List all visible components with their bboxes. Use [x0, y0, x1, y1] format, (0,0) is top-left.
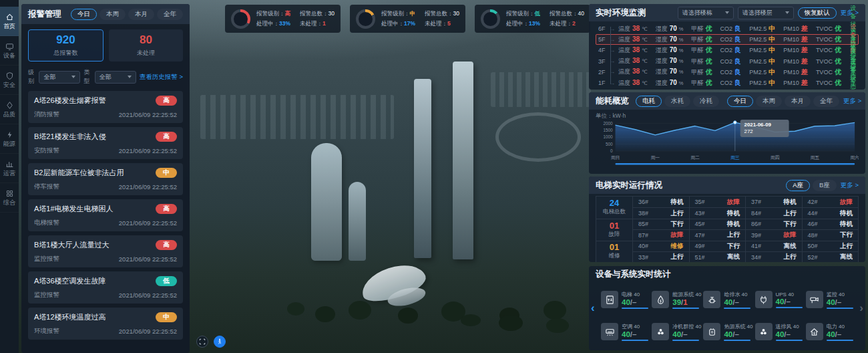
sidebar-item-operations[interactable]: 运营 [0, 154, 19, 183]
alarm-time-tab[interactable]: 本月 [128, 9, 154, 20]
alarm-title: B2层新能源车位被非法占用 [34, 168, 124, 178]
sidebar-item-label: 安全 [0, 82, 19, 88]
alarm-time-tab[interactable]: 全年 [157, 9, 183, 20]
metric-value: 中 [769, 35, 775, 44]
metric-unit: % [679, 58, 684, 64]
fault-count: 1 [683, 298, 687, 306]
alarm-time: 2021/06/09 22:25:52 [119, 219, 177, 227]
total-alarms-label: 总报警数 [54, 49, 78, 57]
alarm-category: 停车报警 [34, 183, 59, 191]
elevator-cell: 47#上行 [689, 229, 746, 240]
elevator-status: 故障 [840, 198, 853, 207]
type-filter-select[interactable]: 全部 [95, 71, 136, 84]
metric-label: 甲醛 [692, 46, 704, 55]
svg-text:500: 500 [606, 142, 613, 146]
power-icon [806, 323, 823, 340]
alarm-category: 监控报警 [34, 291, 59, 300]
elevator-id: 48# [808, 232, 818, 239]
energy-time-tab[interactable]: 本周 [756, 96, 782, 107]
device-tile-label: 空调 40 [622, 323, 648, 330]
energy-type-tab[interactable]: 水耗 [664, 96, 690, 107]
level-filter-select[interactable]: 全部 [39, 71, 80, 84]
metric-label: TVOC [816, 58, 833, 65]
tile-underline [776, 340, 803, 341]
elevator-summary-repair: 01维修 [596, 241, 632, 262]
unhandled: 未处理：2 [550, 20, 584, 28]
quality-icon [5, 101, 14, 110]
chevron-down-icon [71, 76, 75, 78]
alarm-panel-header: 报警管理 今日本周本月全年 [21, 4, 190, 24]
carousel-right-arrow[interactable]: › [859, 302, 863, 315]
alarm-list-item[interactable]: B塔1楼大厅人流量过大高监控报警2021/06/09 22:25:52 [28, 235, 183, 267]
unhandled-alarms-label: 未处理 [137, 49, 155, 57]
roam-mode-button[interactable] [214, 336, 226, 348]
processing-label: 处理中： [506, 20, 529, 27]
elevator-status: 故障 [727, 198, 740, 207]
alarm-time-tab[interactable]: 本周 [99, 9, 126, 20]
elevator-status: 待机 [784, 198, 797, 207]
metric-value: 中 [769, 68, 775, 77]
alarm-time-tab[interactable]: 今日 [71, 9, 97, 20]
energy-consumption-chart[interactable]: 0500100015002000周日周一周二周三周四周五周六2021-06-09… [596, 112, 859, 172]
unhandled-alarms-card[interactable]: 80 未处理 [109, 29, 183, 62]
alarm-list-item[interactable]: A塔12楼环境温度过高中环境报警2021/06/09 22:25:52 [28, 308, 183, 340]
energy-time-tab[interactable]: 今日 [727, 96, 753, 107]
alarm-time: 2021/06/09 22:25:52 [119, 183, 177, 191]
summary-value: 01 [610, 221, 619, 230]
elevator-id: 40# [638, 243, 648, 249]
device-tile-value: 40/– [724, 298, 750, 307]
floor-select[interactable]: 请选择楼层 [738, 7, 794, 19]
metric-hcho: 甲醛优 [692, 35, 712, 44]
energy-time-tab[interactable]: 本月 [785, 96, 811, 107]
tile-underline [776, 307, 803, 308]
sidebar-item-device[interactable]: 设备 [0, 36, 19, 66]
history-alarms-link[interactable]: 查看历史报警 > [140, 73, 183, 82]
elevator-id: 46# [808, 221, 818, 227]
sidebar-item-home[interactable]: 首页 [0, 7, 19, 36]
carousel-left-arrow[interactable]: ‹ [591, 302, 595, 315]
alarm-list-item[interactable]: B2层新能源车位被非法占用中停车报警2021/06/09 22:25:52 [28, 163, 183, 195]
elevator-id: 51# [695, 254, 705, 261]
elevator-status: 上行 [671, 209, 684, 218]
elevator-id: 52# [808, 254, 818, 261]
alarm-level-value: 低 [534, 10, 540, 17]
device-tile-value: 40/– [827, 298, 853, 307]
metric-value: 良 [734, 68, 741, 77]
elevator-status: 下行 [671, 220, 684, 229]
sidebar-item-composite[interactable]: 综合 [0, 183, 19, 213]
sidebar-item-energy[interactable]: 能源 [0, 124, 19, 154]
elevator-building-tab[interactable]: B座 [813, 180, 837, 191]
environment-row: 2F→温度38℃湿度70%甲醛优CO2良PM2.5中PM10差TVOC优设备状态… [596, 67, 859, 78]
alarm-list-item[interactable]: A塔36楼空调发生故障低监控报警2021/06/09 22:25:52 [28, 271, 183, 304]
online-count: 40 [622, 298, 630, 306]
energy-more-link[interactable]: 更多 > [843, 97, 861, 106]
sidebar-item-quality[interactable]: 品质 [0, 95, 19, 124]
metric-label: PM10 [783, 36, 799, 43]
alarm-management-panel: 报警管理 今日本周本月全年 920 总报警数 80 未处理 级别 全部 类型 全… [21, 4, 190, 353]
metric-label: TVOC [816, 80, 833, 86]
energy-type-tab[interactable]: 冷耗 [693, 96, 719, 107]
unhandled-label: 未处理： [550, 20, 572, 27]
metric-value: 优 [706, 24, 712, 33]
elevator-building-tab[interactable]: A座 [786, 180, 810, 191]
building-select[interactable]: 请选择楼栋 [678, 7, 734, 19]
metric-temp: 温度38℃ [618, 57, 648, 66]
alarm-list-item[interactable]: A塔1#电梯发生电梯困人高电梯报警2021/06/09 22:25:52 [28, 199, 183, 231]
device-tile-value: 40/– [622, 330, 648, 339]
elevator-more-link[interactable]: 更多 > [841, 181, 859, 190]
elevator-cell: 85#下行 [632, 219, 689, 229]
energy-type-tab[interactable]: 电耗 [636, 96, 662, 107]
reset-default-button[interactable]: 恢复默认 [798, 7, 837, 19]
metric-label: CO2 [720, 47, 733, 53]
metric-label: 温度 [618, 46, 630, 55]
elevator-cell: 52#离线 [802, 251, 859, 262]
device-tile-label: 送排风 40 [776, 323, 803, 330]
sidebar-item-security[interactable]: 安全 [0, 66, 19, 95]
energy-time-tab[interactable]: 全年 [813, 96, 839, 107]
elevator-id: 85# [638, 221, 648, 227]
total-alarms-card[interactable]: 920 总报警数 [28, 29, 103, 62]
alarm-list-item[interactable]: A塔26楼发生烟雾报警高消防报警2021/06/09 22:25:52 [28, 91, 183, 123]
fullscreen-button[interactable] [196, 336, 208, 348]
alarm-list-item[interactable]: B塔21楼发生非法入侵高安防报警2021/06/09 22:25:52 [28, 127, 183, 159]
processing: 处理中：13% [506, 20, 540, 28]
